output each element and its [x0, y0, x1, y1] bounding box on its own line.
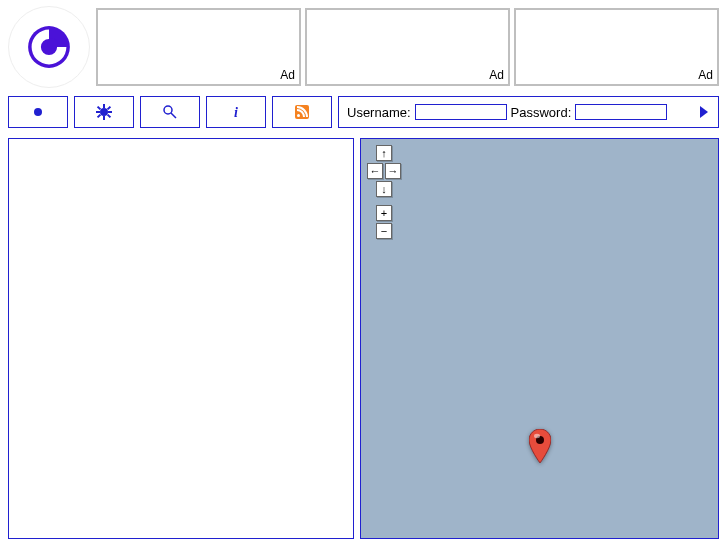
- zoom-out-button[interactable]: −: [376, 223, 392, 239]
- password-input[interactable]: [575, 104, 667, 120]
- svg-rect-9: [107, 114, 111, 118]
- header-row: Ad Ad Ad: [0, 0, 727, 88]
- svg-rect-8: [97, 106, 101, 110]
- search-button[interactable]: [140, 96, 200, 128]
- svg-point-19: [534, 434, 540, 438]
- svg-point-16: [297, 114, 300, 117]
- pan-left-button[interactable]: ←: [367, 163, 383, 179]
- map-controls: ↑ ← → ↓ + −: [367, 145, 401, 239]
- svg-point-1: [47, 38, 57, 48]
- info-button[interactable]: i: [206, 96, 266, 128]
- ad-label: Ad: [698, 68, 713, 82]
- ad-slot-3[interactable]: Ad: [514, 8, 719, 86]
- svg-rect-6: [96, 111, 100, 113]
- content-row: ↑ ← → ↓ + −: [0, 134, 727, 539]
- site-logo[interactable]: [8, 6, 90, 88]
- username-label: Username:: [347, 105, 411, 120]
- map-marker-icon[interactable]: [529, 429, 551, 468]
- pan-down-button[interactable]: ↓: [376, 181, 392, 197]
- map[interactable]: ↑ ← → ↓ + −: [360, 138, 719, 539]
- username-input[interactable]: [415, 104, 507, 120]
- svg-rect-11: [97, 114, 101, 118]
- pan-up-button[interactable]: ↑: [376, 145, 392, 161]
- rss-button[interactable]: [272, 96, 332, 128]
- svg-point-2: [34, 108, 42, 116]
- settings-button[interactable]: [74, 96, 134, 128]
- login-submit-button[interactable]: [698, 104, 710, 120]
- ad-row: Ad Ad Ad: [96, 8, 719, 86]
- svg-text:i: i: [234, 105, 238, 120]
- zoom-in-button[interactable]: +: [376, 205, 392, 221]
- svg-line-13: [171, 113, 176, 118]
- ad-slot-2[interactable]: Ad: [305, 8, 510, 86]
- password-label: Password:: [511, 105, 572, 120]
- svg-rect-5: [103, 116, 105, 120]
- ad-slot-1[interactable]: Ad: [96, 8, 301, 86]
- home-button[interactable]: [8, 96, 68, 128]
- svg-rect-4: [103, 104, 105, 108]
- svg-rect-7: [108, 111, 112, 113]
- login-form: Username: Password:: [338, 96, 719, 128]
- side-panel: [8, 138, 354, 539]
- svg-point-12: [164, 106, 172, 114]
- ad-label: Ad: [280, 68, 295, 82]
- toolbar: i Username: Password:: [0, 88, 727, 134]
- svg-point-3: [100, 108, 108, 116]
- svg-rect-10: [107, 106, 111, 110]
- ad-label: Ad: [489, 68, 504, 82]
- pan-right-button[interactable]: →: [385, 163, 401, 179]
- svg-marker-17: [700, 106, 708, 118]
